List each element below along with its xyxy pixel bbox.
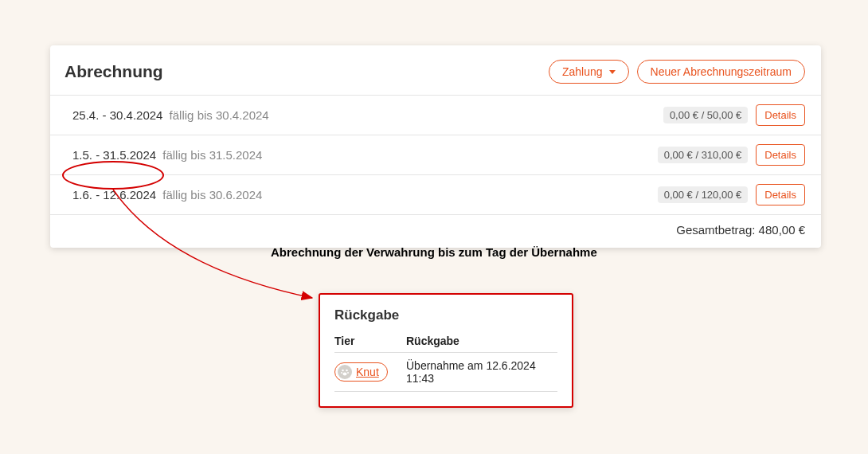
amount-badge: 0,00 € / 50,00 € [663, 107, 748, 123]
return-table-row: Knut Übernahme am 12.6.2024 11:43 [334, 352, 557, 392]
billing-title: Abrechnung [65, 62, 163, 81]
chevron-down-icon [609, 70, 616, 74]
svg-point-4 [347, 372, 349, 374]
payment-label: Zahlung [562, 65, 603, 78]
return-card: Rückgabe Tier Rückgabe Knut Übernahme am… [319, 293, 573, 408]
new-billing-period-button[interactable]: Neuer Abrechnungszeitraum [637, 60, 805, 84]
period-right: 0,00 € / 310,00 € Details [658, 144, 805, 166]
animal-name: Knut [356, 366, 379, 378]
animal-chip[interactable]: Knut [334, 362, 388, 382]
details-button[interactable]: Details [756, 184, 805, 205]
details-button[interactable]: Details [756, 104, 805, 126]
total-amount: Gesamtbetrag: 480,00 € [50, 214, 821, 248]
billing-period-row: 25.4. - 30.4.2024 fällig bis 30.4.2024 0… [50, 95, 821, 135]
billing-period-row: 1.6. - 12.6.2024 fällig bis 30.6.2024 0,… [50, 174, 821, 214]
animal-cell: Knut [334, 362, 406, 382]
period-right: 0,00 € / 120,00 € Details [658, 184, 805, 205]
billing-period-row: 1.5. - 31.5.2024 fällig bis 31.5.2024 0,… [50, 135, 821, 174]
header-button-group: Zahlung Neuer Abrechnungszeitraum [549, 60, 805, 84]
period-date-due: 1.5. - 31.5.2024 fällig bis 31.5.2024 [72, 148, 262, 162]
details-button[interactable]: Details [756, 144, 805, 166]
svg-point-1 [342, 370, 344, 372]
svg-point-2 [346, 370, 348, 372]
return-table-header: Tier Rückgabe [334, 335, 557, 352]
annotation-text: Abrechnung der Verwahrung bis zum Tag de… [271, 245, 597, 259]
period-range: 1.6. - 12.6.2024 [72, 188, 156, 202]
svg-point-3 [341, 372, 342, 374]
period-due: fällig bis 30.4.2024 [170, 108, 269, 122]
period-right: 0,00 € / 50,00 € Details [663, 104, 805, 126]
billing-card-header: Abrechnung Zahlung Neuer Abrechnungszeit… [50, 45, 821, 95]
period-due: fällig bis 31.5.2024 [162, 148, 262, 162]
period-date-due: 25.4. - 30.4.2024 fällig bis 30.4.2024 [72, 108, 269, 122]
period-range: 25.4. - 30.4.2024 [72, 108, 162, 122]
return-text: Übernahme am 12.6.2024 11:43 [406, 359, 557, 385]
period-due: fällig bis 30.6.2024 [162, 188, 262, 202]
period-date-due: 1.6. - 12.6.2024 fällig bis 30.6.2024 [72, 188, 262, 202]
paw-icon [338, 365, 352, 379]
payment-dropdown-button[interactable]: Zahlung [549, 60, 629, 84]
col-tier-header: Tier [334, 335, 406, 347]
return-title: Rückgabe [334, 307, 557, 323]
period-range: 1.5. - 31.5.2024 [72, 148, 156, 162]
amount-badge: 0,00 € / 310,00 € [658, 147, 749, 163]
billing-card: Abrechnung Zahlung Neuer Abrechnungszeit… [50, 45, 821, 248]
amount-badge: 0,00 € / 120,00 € [658, 186, 749, 203]
col-return-header: Rückgabe [406, 335, 557, 347]
svg-point-5 [343, 373, 347, 376]
